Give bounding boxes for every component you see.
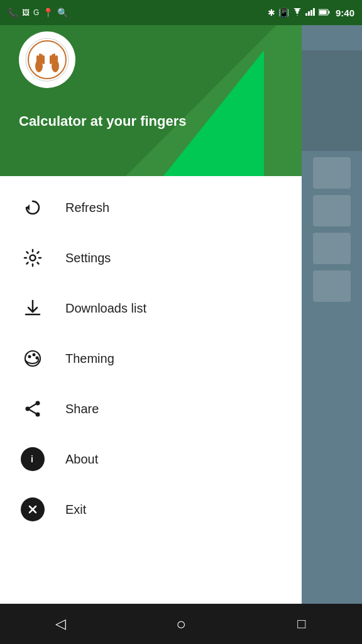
image-icon: 🖼 (22, 8, 30, 17)
gear-icon (19, 244, 47, 272)
navigation-drawer: Calculator at your fingers Refresh (0, 0, 302, 604)
svg-point-22 (28, 355, 31, 358)
vibrate-icon: 📳 (278, 8, 289, 18)
search-icon: 🔍 (57, 8, 68, 18)
right-panel-item-4 (313, 270, 351, 302)
menu-label-settings: Settings (65, 251, 111, 265)
svg-rect-15 (53, 53, 56, 64)
svg-rect-9 (36, 55, 39, 67)
menu-item-share[interactable]: Share (0, 384, 302, 434)
signal-icon (305, 8, 315, 18)
svg-text:i: i (31, 454, 33, 464)
close-icon (19, 496, 47, 523)
wifi-icon (292, 8, 302, 18)
status-time: 9:40 (336, 8, 354, 18)
right-panel-item-3 (313, 233, 351, 264)
svg-rect-14 (55, 55, 58, 67)
svg-rect-10 (39, 53, 41, 64)
back-button[interactable]: ◁ (41, 610, 79, 638)
svg-rect-1 (308, 11, 310, 16)
menu-item-refresh[interactable]: Refresh (0, 182, 302, 233)
menu-item-downloads[interactable]: Downloads list (0, 283, 302, 333)
status-bar-right-icons: ✱ 📳 9:40 (268, 8, 354, 18)
back-icon: ◁ (55, 616, 66, 632)
svg-rect-11 (41, 54, 43, 64)
battery-icon (319, 8, 330, 18)
menu-label-downloads: Downloads list (65, 301, 146, 316)
svg-rect-0 (305, 13, 307, 16)
menu-label-refresh: Refresh (65, 201, 109, 215)
home-icon: ○ (176, 614, 186, 634)
app-title: Calculator at your fingers (19, 113, 283, 130)
palette-icon (19, 345, 47, 372)
bluetooth-icon: ✱ (268, 8, 275, 18)
navigation-bar: ◁ ○ □ (0, 604, 362, 644)
svg-rect-3 (313, 8, 315, 16)
svg-line-28 (30, 404, 36, 408)
download-icon (19, 294, 47, 322)
gpay-icon: G (33, 8, 39, 17)
svg-rect-17 (50, 55, 52, 64)
menu-item-theming[interactable]: Theming (0, 333, 302, 384)
svg-rect-5 (328, 11, 329, 14)
menu-label-exit: Exit (65, 502, 86, 517)
right-panel-item-1 (313, 157, 351, 189)
svg-rect-16 (52, 54, 53, 64)
drawer-header: Calculator at your fingers (0, 0, 302, 176)
phone-icon: 📞 (8, 8, 18, 18)
menu-label-theming: Theming (65, 352, 114, 366)
info-icon: i (19, 445, 47, 473)
home-button[interactable]: ○ (162, 610, 200, 638)
svg-line-29 (30, 410, 36, 414)
menu-item-about[interactable]: i About (0, 434, 302, 484)
svg-rect-2 (310, 10, 312, 16)
menu-list: Refresh Settings Downloads list (0, 176, 302, 541)
refresh-icon (19, 194, 47, 221)
menu-item-exit[interactable]: Exit (0, 484, 302, 535)
status-bar-left-icons: 📞 🖼 G 📍 🔍 (8, 8, 68, 18)
svg-point-7 (26, 38, 69, 81)
recents-icon: □ (297, 616, 305, 632)
right-overlay-panel (302, 0, 362, 604)
menu-label-share: Share (65, 402, 99, 416)
app-logo (19, 31, 75, 88)
right-panel-item-2 (313, 195, 351, 226)
svg-rect-6 (319, 10, 327, 14)
status-bar: 📞 🖼 G 📍 🔍 ✱ 📳 (0, 0, 362, 25)
location-icon: 📍 (43, 8, 53, 18)
recents-button[interactable]: □ (283, 610, 321, 638)
svg-point-20 (30, 255, 36, 261)
menu-label-about: About (65, 452, 98, 467)
svg-rect-12 (43, 55, 45, 64)
menu-item-settings[interactable]: Settings (0, 233, 302, 283)
svg-point-23 (33, 353, 36, 357)
share-icon (19, 395, 47, 423)
